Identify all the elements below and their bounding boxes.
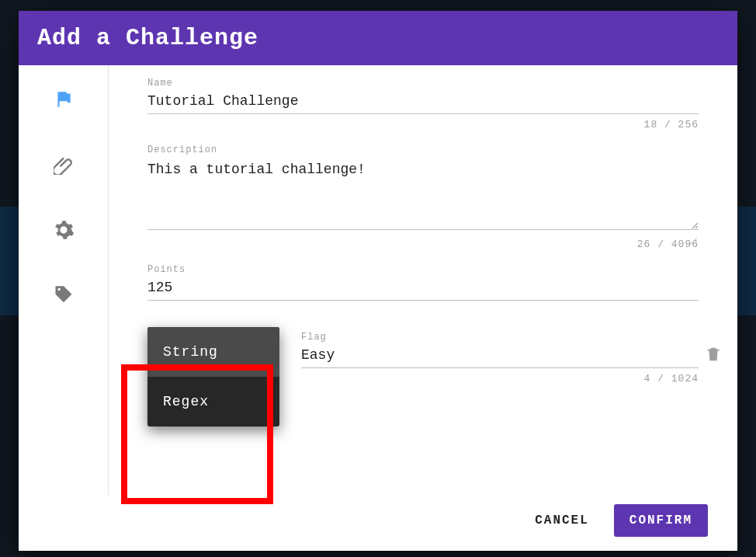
delete-flag-button[interactable] xyxy=(705,346,722,367)
cancel-button[interactable]: CANCEL xyxy=(519,504,605,537)
description-input[interactable] xyxy=(147,155,699,230)
gear-icon xyxy=(53,219,75,241)
flag-label: Flag xyxy=(301,332,699,343)
flag-counter: 4 / 1024 xyxy=(301,373,699,385)
dropdown-option-string[interactable]: String xyxy=(147,327,279,377)
points-input[interactable] xyxy=(147,275,699,301)
trash-icon xyxy=(705,346,722,363)
name-counter: 18 / 256 xyxy=(147,119,699,131)
tab-general[interactable] xyxy=(53,89,75,110)
name-label: Name xyxy=(147,78,699,89)
description-counter: 26 / 4096 xyxy=(147,238,699,250)
points-label: Points xyxy=(147,264,699,275)
tag-icon xyxy=(53,284,75,306)
flag-input[interactable] xyxy=(301,343,699,368)
modal-title: Add a Challenge xyxy=(19,11,737,65)
confirm-button[interactable]: CONFIRM xyxy=(614,504,708,537)
description-label: Description xyxy=(147,144,699,155)
tab-attachments[interactable] xyxy=(53,154,75,176)
dropdown-option-regex[interactable]: Regex xyxy=(147,377,279,426)
tab-tags[interactable] xyxy=(53,284,75,306)
resize-handle-icon[interactable] xyxy=(688,236,697,245)
flag-icon xyxy=(54,89,74,110)
tab-settings[interactable] xyxy=(53,219,75,241)
name-input[interactable] xyxy=(147,89,699,114)
add-challenge-modal: Add a Challenge Name 18 / 256 xyxy=(19,11,737,551)
type-dropdown: String Regex xyxy=(147,327,279,426)
paperclip-icon xyxy=(54,155,74,175)
side-tabs xyxy=(19,65,109,495)
